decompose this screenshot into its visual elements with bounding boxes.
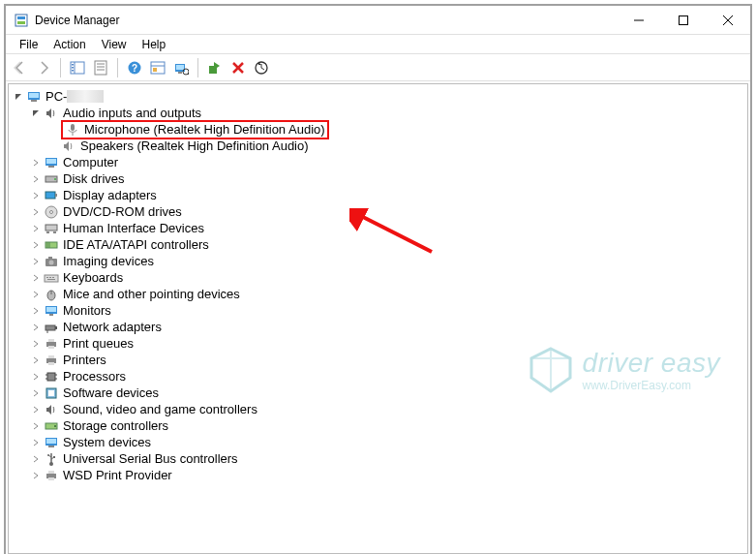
tree-node-sound[interactable]: Sound, video and game controllers xyxy=(28,401,743,417)
tree-node-usb[interactable]: Universal Serial Bus controllers xyxy=(28,450,743,467)
menu-help[interactable]: Help xyxy=(135,36,174,53)
expand-icon[interactable] xyxy=(28,389,44,397)
expand-icon[interactable] xyxy=(28,241,44,249)
device-tree-panel: PC- Audio inputs and outputs Microphone … xyxy=(8,83,748,554)
tree-node-dvd[interactable]: DVD/CD-ROM drives xyxy=(28,203,743,220)
hid-icon xyxy=(44,221,59,236)
expand-icon[interactable] xyxy=(28,422,44,430)
show-hidden-button[interactable] xyxy=(147,57,168,78)
tree-node-label: Universal Serial Bus controllers xyxy=(63,451,238,466)
tree-node-printers[interactable]: Printers xyxy=(28,352,743,368)
collapse-icon[interactable] xyxy=(28,109,44,117)
mouse-icon xyxy=(44,287,59,302)
cpu-icon xyxy=(44,369,59,385)
expand-icon[interactable] xyxy=(28,175,44,183)
tree-node-label: Microphone (Realtek High Definition Audi… xyxy=(84,122,325,137)
collapse-icon[interactable] xyxy=(11,93,26,101)
svg-rect-2 xyxy=(17,21,25,24)
svg-rect-9 xyxy=(72,64,74,66)
tree-node-system[interactable]: System devices xyxy=(28,434,743,450)
expand-icon[interactable] xyxy=(28,208,44,216)
device-tree[interactable]: PC- Audio inputs and outputs Microphone … xyxy=(9,84,747,487)
tree-node-display[interactable]: Display adapters xyxy=(28,187,743,203)
expand-icon[interactable] xyxy=(28,406,44,414)
toolbar-sep xyxy=(117,58,118,77)
expand-icon[interactable] xyxy=(28,455,44,463)
svg-rect-22 xyxy=(176,65,184,70)
tree-node-mice[interactable]: Mice and other pointing devices xyxy=(28,286,743,302)
expand-icon[interactable] xyxy=(28,258,44,265)
tree-root-label: PC- xyxy=(45,89,67,104)
tree-node-disk[interactable]: Disk drives xyxy=(28,170,743,187)
svg-rect-82 xyxy=(46,439,56,444)
svg-rect-31 xyxy=(29,93,39,98)
menu-action[interactable]: Action xyxy=(45,36,93,53)
tree-node-software[interactable]: Software devices xyxy=(28,385,743,401)
tree-node-processors[interactable]: Processors xyxy=(28,368,743,385)
properties-button[interactable] xyxy=(90,57,111,78)
microphone-icon xyxy=(65,122,80,138)
close-button[interactable] xyxy=(706,6,750,34)
tree-node-label: Speakers (Realtek High Definition Audio) xyxy=(80,138,309,153)
expand-icon[interactable] xyxy=(28,373,44,381)
disk-icon xyxy=(44,171,59,187)
menu-view[interactable]: View xyxy=(94,36,135,53)
tree-node-speakers[interactable]: Speakers (Realtek High Definition Audio) xyxy=(45,138,743,154)
computer-icon xyxy=(44,155,59,170)
help-button[interactable]: ? xyxy=(124,57,145,78)
scan-hardware-button[interactable] xyxy=(170,57,192,78)
tree-node-microphone[interactable]: Microphone (Realtek High Definition Audi… xyxy=(45,121,743,138)
expand-icon[interactable] xyxy=(28,192,44,200)
svg-rect-11 xyxy=(72,70,74,72)
expand-icon[interactable] xyxy=(28,307,44,315)
tree-node-label: Human Interface Devices xyxy=(63,221,204,235)
svg-rect-90 xyxy=(48,477,54,480)
update-driver-button[interactable] xyxy=(251,57,272,78)
tree-root[interactable]: PC- xyxy=(11,88,743,105)
expand-icon[interactable] xyxy=(28,340,44,348)
tree-node-wsd[interactable]: WSD Print Provider xyxy=(28,467,743,483)
tree-node-hid[interactable]: Human Interface Devices xyxy=(28,220,743,236)
expand-icon[interactable] xyxy=(28,472,44,479)
svg-rect-46 xyxy=(53,231,56,233)
expand-icon[interactable] xyxy=(28,439,44,446)
dvd-icon xyxy=(44,204,59,220)
show-hide-console-button[interactable] xyxy=(67,57,88,78)
display-adapter-icon xyxy=(44,188,59,203)
expand-icon[interactable] xyxy=(28,323,44,331)
svg-rect-63 xyxy=(45,325,55,330)
tree-node-label: Display adapters xyxy=(63,188,157,202)
tree-node-network[interactable]: Network adapters xyxy=(28,319,743,335)
tree-node-label: Disk drives xyxy=(63,171,125,186)
uninstall-device-button[interactable] xyxy=(227,57,249,78)
expand-icon[interactable] xyxy=(28,274,44,282)
expand-icon[interactable] xyxy=(28,356,44,364)
svg-rect-72 xyxy=(47,373,55,381)
system-icon xyxy=(44,435,59,450)
tree-node-label: Audio inputs and outputs xyxy=(63,106,201,120)
tree-node-label: Computer xyxy=(63,155,118,169)
expand-icon[interactable] xyxy=(28,291,44,298)
svg-rect-61 xyxy=(46,307,56,312)
back-button[interactable] xyxy=(10,57,31,78)
tree-node-storage[interactable]: Storage controllers xyxy=(28,417,743,434)
tree-node-label: Mice and other pointing devices xyxy=(63,287,240,301)
minimize-button[interactable] xyxy=(617,6,661,34)
expand-icon[interactable] xyxy=(28,159,44,167)
enable-device-button[interactable] xyxy=(204,57,226,78)
tree-node-keyboards[interactable]: Keyboards xyxy=(28,269,743,286)
svg-rect-37 xyxy=(48,166,54,168)
forward-button[interactable] xyxy=(33,57,54,78)
network-icon xyxy=(44,320,59,335)
tree-node-audio[interactable]: Audio inputs and outputs xyxy=(28,105,743,121)
tree-node-label: Sound, video and game controllers xyxy=(63,402,257,416)
tree-node-monitors[interactable]: Monitors xyxy=(28,302,743,319)
menu-file[interactable]: File xyxy=(12,36,45,53)
tree-node-imaging[interactable]: Imaging devices xyxy=(28,253,743,269)
tree-node-printqueues[interactable]: Print queues xyxy=(28,335,743,352)
expand-icon[interactable] xyxy=(28,225,44,232)
svg-point-51 xyxy=(49,260,54,264)
tree-node-computer[interactable]: Computer xyxy=(28,154,743,170)
maximize-button[interactable] xyxy=(661,6,706,34)
tree-node-ide[interactable]: IDE ATA/ATAPI controllers xyxy=(28,236,743,253)
